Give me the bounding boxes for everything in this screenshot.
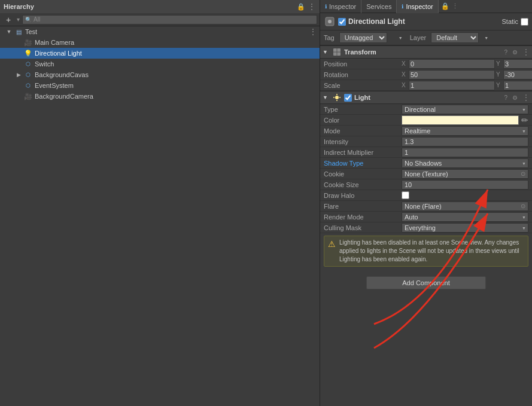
light-type-dropdown[interactable]: Directional bbox=[402, 105, 528, 114]
light-mode-dropdown[interactable]: Realtime bbox=[402, 126, 528, 136]
light-cullingmask-dropdown[interactable]: Everything bbox=[402, 223, 528, 233]
rotation-x-input[interactable] bbox=[409, 70, 495, 80]
light-color-swatch[interactable] bbox=[402, 115, 519, 125]
light-enabled-checkbox[interactable] bbox=[344, 94, 352, 102]
light-cullingmask-row: Culling Mask Everything bbox=[320, 222, 532, 233]
light-settings-icon[interactable]: ⚙ bbox=[512, 94, 518, 101]
light-drawhalo-label: Draw Halo bbox=[324, 192, 402, 199]
tab-inspector1[interactable]: ℹ Inspector bbox=[320, 0, 361, 13]
transform-rotation-row: Rotation X Y Z bbox=[320, 69, 532, 80]
transform-position-row: Position X Y Z bbox=[320, 59, 532, 69]
hier-label-bgcamera: BackgroundCamera bbox=[35, 93, 93, 100]
rotation-xyz: X Y Z bbox=[402, 70, 532, 80]
position-y-input[interactable] bbox=[503, 59, 532, 69]
hierarchy-item-bgcamera[interactable]: 🎥 BackgroundCamera bbox=[0, 91, 320, 102]
hier-label-bgcavas: BackgroundCavas bbox=[35, 71, 89, 78]
transform-settings-icon[interactable]: ⚙ bbox=[512, 49, 518, 56]
layer-dropdown[interactable]: Default bbox=[431, 32, 479, 43]
object-enabled-checkbox[interactable] bbox=[338, 18, 346, 26]
light-drawhalo-row: Draw Halo bbox=[320, 190, 532, 201]
scene-kebab[interactable]: ⋮ bbox=[309, 27, 317, 36]
tag-label: Tag bbox=[324, 34, 335, 41]
light-cookiesize-input[interactable] bbox=[402, 180, 528, 190]
right-tab-controls: 🔒 ⋮ bbox=[439, 2, 461, 10]
scale-x-input[interactable] bbox=[409, 81, 495, 90]
lock-icon-right[interactable]: 🔒 bbox=[441, 2, 449, 10]
position-label: Position bbox=[324, 60, 402, 68]
transform-kebab[interactable]: ⋮ bbox=[522, 48, 530, 56]
hierarchy-item-eventsystem[interactable]: ⬡ EventSystem bbox=[0, 80, 320, 91]
rotation-y-input[interactable] bbox=[503, 70, 532, 80]
light-rendermode-row: Render Mode Auto bbox=[320, 212, 532, 222]
rotation-y-label: Y bbox=[496, 71, 502, 78]
kebab-menu-icon[interactable]: ⋮ bbox=[308, 2, 316, 11]
rotation-value: X Y Z bbox=[402, 70, 532, 80]
tab-services[interactable]: Services bbox=[361, 0, 397, 13]
light-cullingmask-label: Culling Mask bbox=[324, 224, 402, 231]
color-picker-icon[interactable]: ✏ bbox=[521, 115, 528, 125]
gameobj-icon-eventsystem: ⬡ bbox=[24, 81, 32, 90]
tab-inspector2[interactable]: ℹ Inspector bbox=[397, 0, 438, 13]
light-help-icon[interactable]: ? bbox=[504, 94, 507, 101]
light-drawhalo-value bbox=[402, 191, 528, 199]
add-component-button[interactable]: Add Component bbox=[366, 276, 486, 289]
light-cookie-target-icon[interactable]: ⊙ bbox=[521, 170, 525, 177]
light-icon: 💡 bbox=[24, 49, 32, 57]
hierarchy-panel: + ▾ 🔍 All ▤ Test ⋮ 🎥 Main Camera bbox=[0, 13, 320, 406]
light-intensity-value bbox=[402, 137, 528, 146]
light-indirect-value bbox=[402, 148, 528, 157]
light-indirect-input[interactable] bbox=[402, 148, 528, 157]
hierarchy-item-bg-cavas[interactable]: ⬡ BackgroundCavas bbox=[0, 69, 320, 80]
light-intensity-row: Intensity bbox=[320, 136, 532, 147]
hierarchy-item-directional-light[interactable]: 💡 Directional Light bbox=[0, 48, 320, 59]
light-cullingmask-value: Everything bbox=[402, 223, 528, 233]
light-shadow-label: Shadow Type bbox=[324, 160, 402, 167]
light-drawhalo-checkbox[interactable] bbox=[402, 191, 409, 199]
light-section-header[interactable]: ▼ Light ? ⚙ ⋮ bbox=[320, 91, 532, 104]
kebab-menu-right[interactable]: ⋮ bbox=[452, 2, 458, 10]
transform-section-header[interactable]: ▼ Transform ? ⚙ ⋮ bbox=[320, 45, 532, 59]
light-shadow-row: Shadow Type No Shadows bbox=[320, 158, 532, 169]
add-hierarchy-button[interactable]: + bbox=[2, 15, 14, 25]
static-checkbox[interactable] bbox=[521, 18, 528, 26]
hier-label-main-camera: Main Camera bbox=[35, 39, 74, 46]
inspector-content: Directional Light Static Tag Untagged La… bbox=[320, 13, 532, 406]
light-cookiesize-row: Cookie Size bbox=[320, 179, 532, 190]
gameobj-icon-bgcavas: ⬡ bbox=[24, 71, 32, 79]
static-label: Static bbox=[501, 18, 518, 25]
warning-text: Lighting has been disabled in at least o… bbox=[339, 239, 524, 264]
lighting-warning-box: ⚠ Lighting has been disabled in at least… bbox=[324, 236, 528, 267]
hierarchy-header-icons: 🔒 ⋮ bbox=[297, 2, 316, 11]
tab-services-label: Services bbox=[366, 3, 391, 10]
light-flare-value: None (Flare) ⊙ bbox=[402, 202, 528, 211]
hierarchy-scene-root[interactable]: ▤ Test ⋮ bbox=[0, 26, 320, 37]
camera-icon: 🎥 bbox=[24, 38, 32, 47]
scene-name: Test bbox=[25, 28, 37, 35]
object-icon bbox=[324, 16, 336, 28]
hier-label-directional-light: Directional Light bbox=[35, 50, 82, 57]
transform-section-title: Transform bbox=[344, 48, 501, 56]
position-value: X Y Z bbox=[402, 59, 532, 69]
light-intensity-label: Intensity bbox=[324, 138, 402, 145]
hierarchy-item-switch[interactable]: ⬡ Switch bbox=[0, 59, 320, 69]
tag-dropdown[interactable]: Untagged bbox=[339, 32, 387, 43]
light-shadow-dropdown[interactable]: No Shadows bbox=[402, 158, 528, 168]
light-rendermode-dropdown[interactable]: Auto bbox=[402, 212, 528, 222]
scale-y-input[interactable] bbox=[503, 81, 532, 90]
light-intensity-input[interactable] bbox=[402, 137, 528, 146]
hierarchy-separator: ▾ bbox=[17, 16, 20, 23]
hierarchy-item-main-camera[interactable]: 🎥 Main Camera bbox=[0, 37, 320, 48]
hierarchy-toolbar: + ▾ 🔍 All bbox=[0, 13, 320, 26]
inspector-tab-bar: ℹ Inspector Services ℹ Inspector 🔒 ⋮ bbox=[320, 0, 532, 13]
light-kebab[interactable]: ⋮ bbox=[522, 93, 530, 102]
scale-label: Scale bbox=[324, 82, 402, 89]
light-flare-target-icon[interactable]: ⊙ bbox=[521, 203, 525, 209]
position-x-input[interactable] bbox=[409, 59, 495, 69]
light-flare-text: None (Flare) bbox=[405, 203, 442, 210]
scale-x-label: X bbox=[402, 82, 408, 88]
hierarchy-search-box: 🔍 All bbox=[22, 15, 317, 25]
light-flare-field: None (Flare) ⊙ bbox=[402, 202, 528, 211]
position-y-label: Y bbox=[496, 60, 502, 67]
scale-y-field: Y bbox=[496, 81, 532, 90]
transform-help-icon[interactable]: ? bbox=[504, 49, 507, 56]
